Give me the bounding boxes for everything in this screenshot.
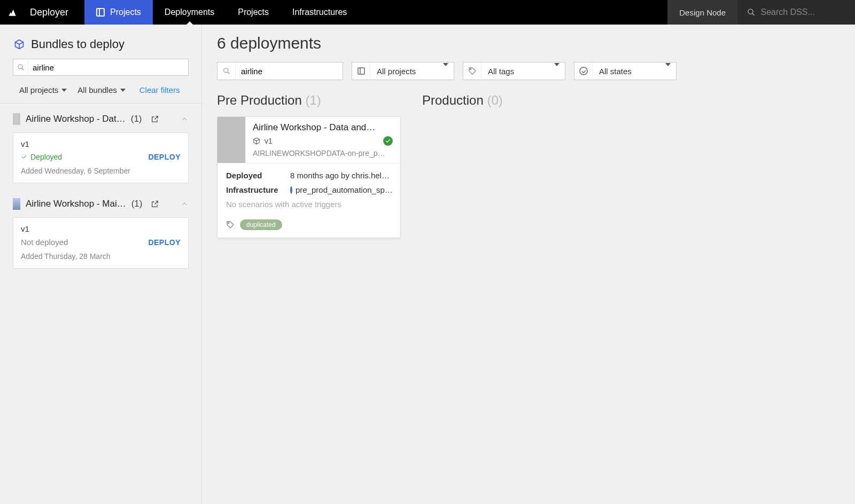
main-search-input[interactable] [236,62,343,80]
deploy-button[interactable]: DEPLOY [148,153,181,161]
deployment-card[interactable]: Airline Workshop - Data and… v1 AIRLINEW… [217,116,401,238]
svg-point-7 [228,223,229,224]
chevron-up-icon[interactable] [180,200,189,208]
infrastructure-icon [290,186,292,194]
bundle-version: v1 [21,139,181,148]
bundle-group-title[interactable]: Airline Workshop - Mai… [26,199,126,209]
filter-label: All bundles [77,85,116,94]
svg-line-5 [227,72,229,74]
bundle-card[interactable]: v1 Deployed DEPLOY Added Wednesday, 6 Se… [13,132,189,183]
svg-line-1 [752,13,755,15]
filter-label: All states [593,67,660,76]
bundle-icon [253,137,260,145]
nav-tab-projects[interactable]: Projects [84,0,153,25]
nav-tab-label: Projects [238,7,269,17]
nav-tab-label: Infrastructures [292,7,347,17]
bundle-group-title[interactable]: Airline Workshop - Dat… [26,114,126,124]
check-icon [21,154,27,160]
column-pre-production: Pre Production (1) Airline Workshop - Da… [217,93,401,238]
project-color-chip [13,113,20,125]
svg-point-4 [223,68,228,73]
nav-tab-label: Deployments [165,7,214,17]
filter-states-dropdown[interactable]: All states [574,62,677,80]
bundle-status: Deployed [21,153,62,161]
filter-label: All tags [481,67,549,76]
chevron-up-icon[interactable] [180,115,189,123]
sidebar-title: Bundles to deploy [31,37,125,51]
svg-line-3 [21,68,24,70]
global-search-input[interactable] [761,7,846,17]
deployment-version: v1 [265,137,273,145]
project-thumbnail [217,117,245,163]
bundle-added-date: Added Wednesday, 6 September [21,167,181,175]
chevron-down-icon [554,63,559,75]
deployment-id: AIRLINEWORKSHOPDATA-on-pre_p… [253,149,393,158]
chevron-down-icon [61,89,67,92]
app-brand[interactable]: Deployer [25,0,84,25]
bundle-group: Airline Workshop - Mai… (1) v1 Not deplo… [0,188,201,274]
clear-filters-link[interactable]: Clear filters [139,85,180,94]
deployment-name: Airline Workshop - Data and… [253,122,393,133]
external-link-icon[interactable] [151,115,159,123]
bundle-icon [14,39,25,50]
panel-icon [357,67,365,75]
chevron-down-icon [120,89,126,92]
chevron-down-icon [443,63,448,75]
chevron-down-icon [665,63,671,75]
tag-pill[interactable]: duplicated [240,219,282,230]
design-node-button[interactable]: Design Node [667,0,737,25]
search-icon [17,64,25,71]
column-title: Pre Production (1) [217,93,401,108]
project-color-chip [13,198,20,210]
scenario-note: No scenarios with active triggers [226,200,392,209]
nav-tab-projects-2[interactable]: Projects [226,0,281,25]
panel-icon [96,8,105,17]
nav-tab-deployments[interactable]: Deployments [153,0,226,25]
search-icon [747,7,756,17]
row-label: Deployed [226,171,262,180]
state-icon [579,67,588,75]
bundle-status: Not deployed [21,238,68,247]
nav-tab-label: Projects [110,7,141,17]
svg-point-6 [470,69,471,70]
sidebar: Bundles to deploy All projects All bundl… [0,25,202,504]
row-label: Infrastructure [226,185,278,194]
tag-icon [226,220,235,229]
bundle-group: Airline Workshop - Dat… (1) v1 Deployed … [0,104,201,188]
sidebar-filter-projects[interactable]: All projects [19,85,67,94]
search-icon [223,67,230,75]
bundle-added-date: Added Thursday, 28 March [21,252,181,261]
column-production: Production (0) [422,93,503,238]
filter-projects-dropdown[interactable]: All projects [352,62,454,80]
svg-point-0 [748,9,753,14]
row-value: 8 months ago by chris.helmus [290,171,392,180]
status-ok-badge [383,136,393,146]
infrastructure-link[interactable]: pre_prod_automation_sp… [290,185,392,194]
bundle-version: v1 [21,224,181,233]
column-title: Production (0) [422,93,503,108]
nav-tab-infrastructures[interactable]: Infrastructures [281,0,359,25]
filter-tags-dropdown[interactable]: All tags [463,62,565,80]
filter-label: All projects [19,85,58,94]
sidebar-filter-bundles[interactable]: All bundles [77,85,125,94]
deploy-button[interactable]: DEPLOY [148,238,181,247]
main-content: 6 deployments All projects All tags All … [202,25,855,504]
sidebar-search[interactable] [13,59,189,76]
sidebar-search-input[interactable] [28,59,188,75]
external-link-icon[interactable] [151,200,159,208]
bundle-group-count: (1) [131,114,142,124]
page-title: 6 deployments [217,34,840,52]
bundle-card[interactable]: v1 Not deployed DEPLOY Added Thursday, 2… [13,217,189,269]
global-search[interactable] [737,0,855,25]
filter-label: All projects [370,67,438,76]
main-search[interactable] [217,62,343,80]
app-logo[interactable] [0,0,25,25]
svg-point-2 [18,65,22,69]
tag-icon [468,67,477,75]
bundle-group-count: (1) [131,199,143,209]
